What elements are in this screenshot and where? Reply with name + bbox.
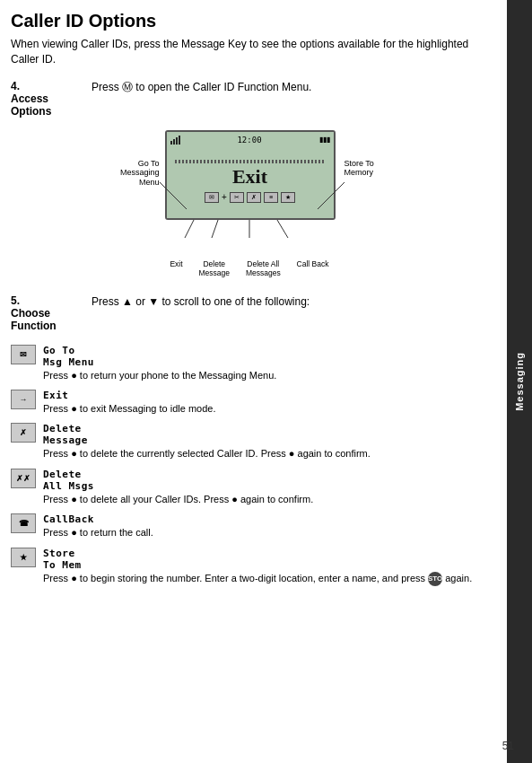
step-5-title1: Choose — [11, 307, 84, 320]
label-delete-all: Delete AllMessages — [246, 259, 281, 277]
function-list: ✉ Go ToMsg Menu Press ● to return your p… — [11, 345, 493, 586]
list-item: → Exit Press ● to exit Messaging to idle… — [11, 390, 493, 416]
svg-line-3 — [212, 220, 218, 238]
svg-line-1 — [318, 182, 344, 209]
goto-msg-icon: ✉ — [11, 345, 36, 364]
label-exit: Exit — [170, 259, 182, 277]
delete-all-icon: ✗✗ — [11, 469, 36, 488]
callback-code: CallBack — [43, 513, 493, 525]
store-text: StoreTo Mem Press ● to begin storing the… — [43, 548, 493, 586]
list-item: ★ StoreTo Mem Press ● to begin storing t… — [11, 548, 493, 586]
step-5-label: 5. Choose Function — [11, 294, 92, 332]
svg-line-2 — [185, 220, 194, 238]
step-5-desc: Press ▲ or ▼ to scroll to one of the fol… — [92, 294, 493, 310]
step-5: 5. Choose Function Press ▲ or ▼ to scrol… — [11, 294, 493, 332]
step-4: 4. Access Options Press Ⓜ to open the Ca… — [11, 80, 493, 118]
delete-all-text: DeleteAll Msgs Press ● to delete all you… — [43, 469, 493, 506]
label-callback: Call Back — [297, 259, 329, 277]
delete-msg-desc: Press ● to delete the currently selected… — [43, 447, 493, 460]
page-title: Caller ID Options — [11, 11, 493, 31]
step-4-label: 4. Access Options — [11, 80, 92, 118]
step-4-title2: Options — [11, 105, 84, 118]
goto-msg-desc: Press ● to return your phone to the Mess… — [43, 369, 493, 382]
exit-desc: Press ● to exit Messaging to idle mode. — [43, 402, 493, 416]
svg-line-0 — [160, 182, 187, 209]
side-tab: Messaging — [507, 0, 532, 763]
side-tab-label: Messaging — [514, 352, 525, 411]
page: Caller ID Options When viewing Caller ID… — [0, 0, 532, 763]
delete-msg-code: DeleteMessage — [43, 423, 493, 446]
svg-line-5 — [277, 220, 288, 238]
list-item: ✉ Go ToMsg Menu Press ● to return your p… — [11, 345, 493, 382]
step-4-number: 4. — [11, 80, 84, 92]
diagram-wrapper: Go To Messaging Menu Store To Memory — [113, 130, 391, 278]
store-desc: Press ● to begin storing the number. Ent… — [43, 572, 493, 586]
sto-badge: STO — [428, 572, 442, 586]
callback-desc: Press ● to return the call. — [43, 526, 493, 539]
list-item: ✗ DeleteMessage Press ● to delete the cu… — [11, 423, 493, 460]
goto-msg-text: Go ToMsg Menu Press ● to return your pho… — [43, 345, 493, 382]
goto-msg-code: Go ToMsg Menu — [43, 345, 493, 368]
step-4-title1: Access — [11, 92, 84, 105]
delete-msg-icon: ✗ — [11, 423, 36, 443]
step-4-desc: Press Ⓜ to open the Caller ID Function M… — [92, 80, 493, 95]
store-icon: ★ — [11, 548, 36, 567]
exit-code: Exit — [43, 390, 493, 401]
callback-text: CallBack Press ● to return the call. — [43, 513, 493, 539]
page-subtitle: When viewing Caller IDs, press the Messa… — [11, 37, 493, 67]
step-5-number: 5. — [11, 294, 84, 307]
bottom-labels-row: Exit DeleteMessage Delete AllMessages Ca… — [162, 259, 337, 277]
store-code: StoreTo Mem — [43, 548, 493, 571]
connector-lines — [113, 130, 391, 278]
phone-diagram-container: Go To Messaging Menu Store To Memory — [11, 130, 493, 278]
label-delete-message: DeleteMessage — [199, 259, 231, 277]
main-content: Caller ID Options When viewing Caller ID… — [0, 0, 507, 763]
callback-icon: ☎ — [11, 513, 36, 533]
exit-icon: → — [11, 390, 36, 409]
list-item: ☎ CallBack Press ● to return the call. — [11, 513, 493, 539]
exit-text: Exit Press ● to exit Messaging to idle m… — [43, 390, 493, 416]
delete-all-code: DeleteAll Msgs — [43, 469, 493, 492]
delete-all-desc: Press ● to delete all your Caller IDs. P… — [43, 493, 493, 506]
list-item: ✗✗ DeleteAll Msgs Press ● to delete all … — [11, 469, 493, 506]
step-5-title2: Function — [11, 320, 84, 332]
delete-msg-text: DeleteMessage Press ● to delete the curr… — [43, 423, 493, 460]
page-number: 51 — [502, 740, 514, 752]
